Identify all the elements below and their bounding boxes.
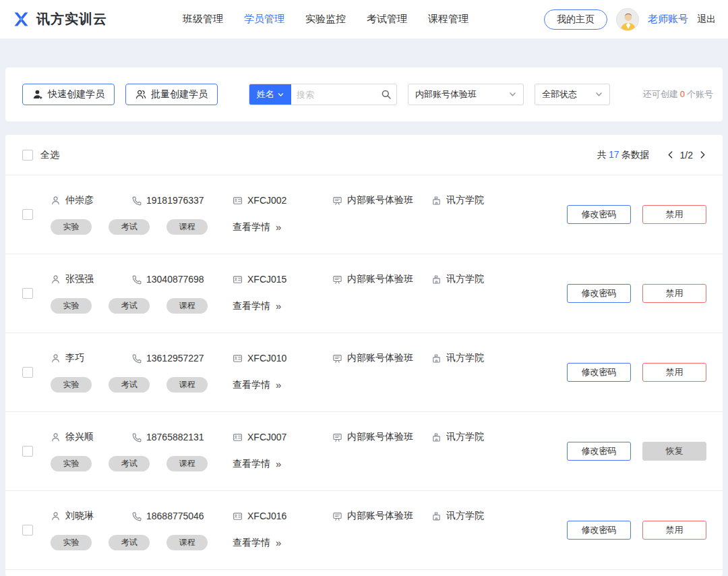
student-name: 徐兴顺 [65,431,94,443]
list-meta: 共17条数据 1/2 [597,149,706,161]
account-name[interactable]: 老师账号 [648,13,688,26]
phone-icon [131,432,142,442]
row-checkbox[interactable] [22,209,33,220]
tag-experiment[interactable]: 实验 [51,298,92,314]
student-class: 内部账号体验班 [347,194,413,206]
logout-link[interactable]: 退出 [697,13,716,26]
status-filter-value: 全部状态 [542,88,577,100]
disable-button[interactable]: 禁用 [642,205,706,224]
tag-course[interactable]: 课程 [166,219,208,235]
phone-icon [131,511,142,521]
my-homepage-button[interactable]: 我的主页 [544,9,607,30]
student-phone: 13612957227 [146,353,204,364]
account-quota-text: 还可创建0个账号 [643,88,713,100]
row-actions: 修改密码 禁用 [567,363,706,382]
student-class: 内部账号体验班 [347,431,413,443]
class-board-icon [332,196,342,206]
row-checkbox[interactable] [22,446,33,457]
row-main: 徐兴顺 18765882131 XFCJ007 内部账号体验班 讯方学院 实验 … [51,431,484,471]
row-checkbox[interactable] [22,367,33,378]
row-actions: 修改密码 禁用 [567,521,706,540]
view-progress-link[interactable]: 查看学情 » [233,221,281,233]
change-password-button[interactable]: 修改密码 [567,442,631,461]
tag-experiment[interactable]: 实验 [51,377,92,393]
double-chevron-icon: » [276,300,281,312]
tag-course[interactable]: 课程 [166,298,208,314]
disable-button[interactable]: 禁用 [642,521,706,540]
tag-exam[interactable]: 考试 [109,456,150,471]
student-account: XFCJ010 [247,353,286,364]
total-count: 17 [607,149,621,160]
avatar[interactable] [616,8,639,31]
top-navbar: 讯方实训云 班级管理 学员管理 实验监控 考试管理 课程管理 我的主页 老师账号… [0,0,728,39]
id-card-icon [233,432,243,442]
tag-exam[interactable]: 考试 [109,298,150,314]
search-field-label: 姓名 [257,88,274,100]
double-chevron-icon: » [276,537,281,548]
student-college: 讯方学院 [446,352,484,364]
tag-course[interactable]: 课程 [166,377,208,393]
tag-course[interactable]: 课程 [166,456,208,471]
nav-class-management[interactable]: 班级管理 [183,13,223,26]
select-all-checkbox[interactable] [22,150,33,161]
restore-button[interactable]: 恢复 [642,442,706,461]
tag-experiment[interactable]: 实验 [51,535,92,550]
change-password-button[interactable]: 修改密码 [567,363,631,382]
nav-exam-management[interactable]: 考试管理 [367,13,407,26]
brand-logo-icon [12,11,30,28]
tag-exam[interactable]: 考试 [109,535,150,550]
toolbar: 快速创建学员 批量创建学员 姓名 内部账号体验班 全部状态 还可创建0个账号 [5,67,723,121]
double-chevron-icon: » [276,221,281,233]
prev-page-icon[interactable] [667,150,673,159]
student-row: 徐兴顺 18765882131 XFCJ007 内部账号体验班 讯方学院 实验 … [5,412,723,491]
building-icon [431,353,442,364]
tag-group: 实验 考试 课程 [51,298,233,314]
tag-course[interactable]: 课程 [166,535,208,550]
chevron-down-icon [509,92,516,97]
view-progress-link[interactable]: 查看学情 » [233,300,281,312]
search-field-selector[interactable]: 姓名 [249,84,291,105]
header-right: 我的主页 老师账号 退出 [544,8,716,31]
tag-experiment[interactable]: 实验 [51,219,92,235]
next-page-icon[interactable] [700,150,706,159]
class-filter-select[interactable]: 内部账号体验班 [408,84,524,105]
nav-lab-monitor[interactable]: 实验监控 [305,13,346,26]
user-icon [51,196,61,206]
disable-button[interactable]: 禁用 [642,284,706,303]
student-account: XFCJ016 [247,511,286,521]
student-name: 仲崇彦 [65,194,94,206]
row-checkbox[interactable] [22,525,33,536]
batch-create-label: 批量创建学员 [151,88,208,100]
tag-group: 实验 考试 课程 [51,535,233,550]
student-row: 张强强 13040877698 XFCJ015 内部账号体验班 讯方学院 实验 … [5,254,723,333]
search-input[interactable] [291,90,376,100]
view-progress-link[interactable]: 查看学情 » [233,379,281,391]
change-password-button[interactable]: 修改密码 [567,521,631,540]
quick-create-student-button[interactable]: 快速创建学员 [22,84,115,105]
person-add-icon [32,89,43,100]
nav-student-management[interactable]: 学员管理 [244,13,284,26]
tag-exam[interactable]: 考试 [109,219,150,235]
change-password-button[interactable]: 修改密码 [567,284,631,303]
search-icon[interactable] [376,89,396,100]
student-college: 讯方学院 [446,431,484,443]
phone-icon [131,353,142,364]
tag-experiment[interactable]: 实验 [51,456,92,471]
nav-course-management[interactable]: 课程管理 [428,13,468,26]
status-filter-select[interactable]: 全部状态 [535,84,610,105]
user-icon [51,275,61,285]
change-password-button[interactable]: 修改密码 [567,205,631,224]
student-college: 讯方学院 [446,194,484,206]
view-progress-link[interactable]: 查看学情 » [233,458,281,470]
student-row: 李巧 13612957227 XFCJ010 内部账号体验班 讯方学院 实验 考… [5,333,723,412]
phone-icon [131,196,142,206]
tag-exam[interactable]: 考试 [109,377,150,393]
user-icon [51,432,61,442]
batch-create-student-button[interactable]: 批量创建学员 [125,84,218,105]
phone-icon [131,275,142,285]
disable-button[interactable]: 禁用 [642,363,706,382]
row-checkbox[interactable] [22,288,33,299]
brand[interactable]: 讯方实训云 [12,10,107,28]
view-progress-link[interactable]: 查看学情 » [233,537,281,549]
tag-group: 实验 考试 课程 [51,219,233,235]
